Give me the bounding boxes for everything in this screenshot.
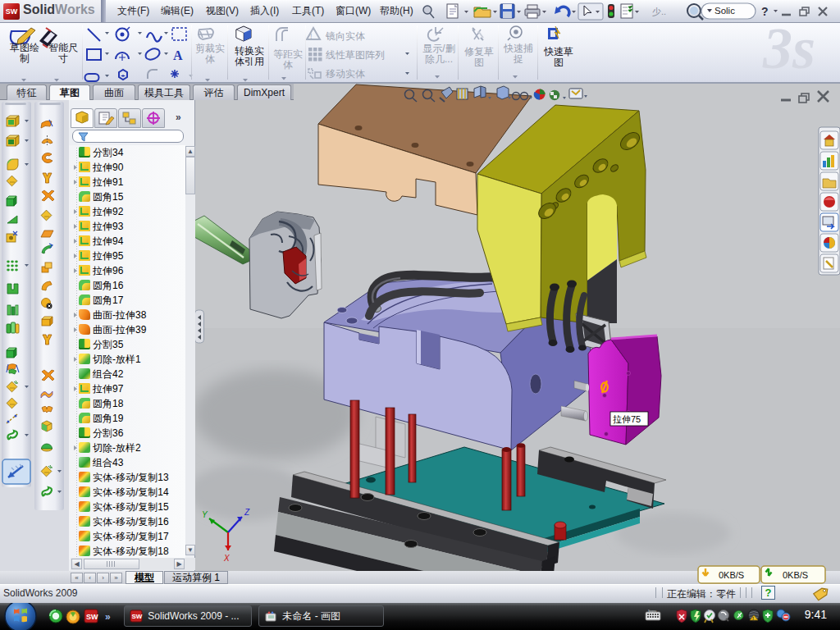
svg-text:!: !	[310, 32, 313, 40]
svg-text:A: A	[173, 48, 183, 62]
svg-text:0KB/S: 0KB/S	[783, 570, 808, 580]
svg-text:拉伸75: 拉伸75	[613, 414, 641, 424]
svg-text:少..: 少..	[652, 7, 666, 16]
svg-text:Z: Z	[244, 508, 250, 517]
svg-text:»: »	[105, 611, 111, 623]
svg-text:Solic: Solic	[714, 6, 735, 16]
svg-text:SW: SW	[86, 613, 98, 621]
svg-text:0KB/S: 0KB/S	[719, 570, 744, 580]
svg-text:X: X	[223, 554, 230, 563]
svg-text:Sogou: Sogou	[648, 609, 656, 613]
svg-text:SW: SW	[132, 613, 143, 620]
